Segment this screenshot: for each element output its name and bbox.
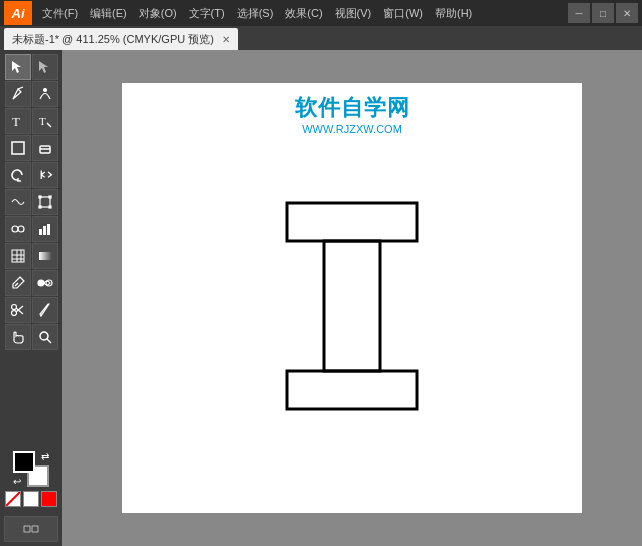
watermark-title: 软件自学网 [295,93,410,123]
svg-rect-39 [324,241,380,371]
eraser-tool[interactable] [32,135,58,161]
title-bar: Ai 文件(F) 编辑(E) 对象(O) 文字(T) 选择(S) 效果(C) 视… [0,0,642,26]
letter-i-shape [282,198,422,398]
tool-row-shape [5,135,58,161]
svg-point-29 [11,311,16,316]
menu-help[interactable]: 帮助(H) [429,0,478,26]
svg-line-34 [47,339,51,343]
canvas-document[interactable]: 软件自学网 WWW.RJZXW.COM [122,83,582,513]
tool-row-transform [5,162,58,188]
zoom-tool[interactable] [32,324,58,350]
hand-tool[interactable] [5,324,31,350]
svg-rect-40 [287,371,417,409]
menu-bar: 文件(F) 编辑(E) 对象(O) 文字(T) 选择(S) 效果(C) 视图(V… [36,0,638,26]
swap-colors-icon[interactable]: ⇄ [41,451,49,462]
canvas-area: 软件自学网 WWW.RJZXW.COM [62,50,642,546]
tool-row-warp [5,189,58,215]
red-swatch[interactable] [41,491,57,507]
svg-rect-18 [43,226,46,235]
symbol-tool[interactable] [5,216,31,242]
svg-text:T: T [12,114,20,129]
svg-line-2 [18,87,23,89]
rotate-tool[interactable] [5,162,31,188]
tool-row-mesh [5,243,58,269]
gradient-tool[interactable] [32,243,58,269]
toolbar: T T [0,50,62,546]
svg-rect-36 [24,526,30,532]
svg-point-3 [43,89,46,92]
touch-type-tool[interactable]: T [32,108,58,134]
column-graph-tool[interactable] [32,216,58,242]
svg-line-35 [6,492,20,506]
mesh-tool[interactable] [5,243,31,269]
menu-view[interactable]: 视图(V) [329,0,378,26]
tool-row-eyedropper [5,270,58,296]
svg-rect-7 [12,142,24,154]
type-tool[interactable]: T [5,108,31,134]
curvature-tool[interactable] [32,81,58,107]
tab-bar: 未标题-1* @ 411.25% (CMYK/GPU 预览) ✕ [0,26,642,50]
menu-select[interactable]: 选择(S) [231,0,280,26]
menu-type[interactable]: 文字(T) [183,0,231,26]
white-swatch[interactable] [23,491,39,507]
direct-select-tool[interactable] [32,54,58,80]
svg-point-16 [18,226,24,232]
svg-line-6 [47,123,51,127]
watermark-subtitle: WWW.RJZXW.COM [295,123,410,135]
svg-line-26 [15,283,18,286]
svg-rect-17 [39,229,42,235]
watermark: 软件自学网 WWW.RJZXW.COM [295,93,410,135]
svg-point-33 [40,332,48,340]
main-area: T T [0,50,642,546]
menu-edit[interactable]: 编辑(E) [84,0,133,26]
svg-rect-12 [49,196,51,198]
menu-effect[interactable]: 效果(C) [279,0,328,26]
menu-object[interactable]: 对象(O) [133,0,183,26]
tool-row-scissors [5,297,58,323]
free-transform-tool[interactable] [32,189,58,215]
artboard-tool[interactable] [4,516,58,542]
menu-file[interactable]: 文件(F) [36,0,84,26]
app-logo: Ai [4,1,32,25]
window-controls: ─ □ ✕ [568,3,638,23]
selection-tool[interactable] [5,54,31,80]
svg-rect-25 [39,252,51,260]
reset-colors-icon[interactable]: ↩ [13,476,21,487]
svg-rect-19 [47,224,50,235]
svg-rect-11 [39,196,41,198]
none-swatch[interactable] [5,491,21,507]
svg-rect-38 [287,203,417,241]
blend-tool[interactable] [32,270,58,296]
svg-text:T: T [39,115,46,127]
scissors-tool[interactable] [5,297,31,323]
reflect-tool[interactable] [32,162,58,188]
knife-tool[interactable] [32,297,58,323]
svg-marker-1 [39,61,48,73]
svg-point-15 [12,226,18,232]
svg-rect-13 [39,206,41,208]
color-swatch-row [5,491,57,507]
close-button[interactable]: ✕ [616,3,638,23]
svg-rect-37 [32,526,38,532]
rect-tool[interactable] [5,135,31,161]
tool-row-symbol [5,216,58,242]
tab-label: 未标题-1* @ 411.25% (CMYK/GPU 预览) [12,32,214,47]
svg-rect-14 [49,206,51,208]
tab-close-button[interactable]: ✕ [222,34,230,45]
svg-point-27 [38,280,44,286]
document-tab[interactable]: 未标题-1* @ 411.25% (CMYK/GPU 预览) ✕ [4,28,238,50]
warp-tool[interactable] [5,189,31,215]
fill-color-box[interactable] [13,451,35,473]
maximize-button[interactable]: □ [592,3,614,23]
minimize-button[interactable]: ─ [568,3,590,23]
tool-row-nav [5,324,58,350]
svg-point-30 [11,305,16,310]
tool-row-selection [5,54,58,80]
color-boxes: ⇄ ↩ [13,451,49,487]
tool-row-type: T T [5,108,58,134]
eyedropper-tool[interactable] [5,270,31,296]
menu-window[interactable]: 窗口(W) [377,0,429,26]
tool-row-pen [5,81,58,107]
pen-tool[interactable] [5,81,31,107]
color-area: ⇄ ↩ [5,451,57,511]
